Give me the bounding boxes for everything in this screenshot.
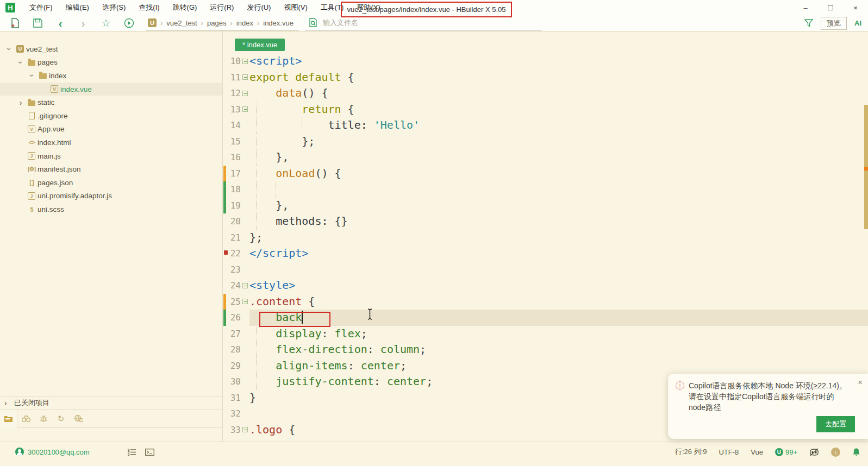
gutter-15[interactable]: 15 — [223, 134, 249, 150]
favorite-star-button[interactable]: ☆ — [98, 17, 114, 30]
gutter-20[interactable]: 20 — [223, 213, 249, 230]
gutter-10[interactable]: 10 — [223, 53, 249, 70]
code-text[interactable]: export default { — [249, 70, 868, 86]
code-text[interactable]: .content { — [249, 294, 868, 310]
code-text[interactable]: }, — [249, 149, 868, 166]
code-line-18[interactable]: 18 — [223, 181, 868, 198]
download-status-icon[interactable]: ↓ — [831, 448, 840, 457]
code-text[interactable]: <script> — [249, 53, 868, 70]
code-text[interactable]: flex-direction: column; — [249, 342, 868, 358]
gutter-16[interactable]: 16 — [223, 149, 249, 166]
fold-collapse-icon[interactable] — [242, 59, 248, 64]
code-text[interactable]: align-items: center; — [249, 358, 868, 374]
gutter-19[interactable]: 19 — [223, 198, 249, 214]
save-button[interactable] — [29, 17, 46, 30]
tree-item-pages[interactable]: ›pages — [0, 56, 222, 70]
code-line-20[interactable]: 20 methods: {} — [223, 213, 868, 230]
code-text[interactable]: methods: {} — [249, 213, 868, 230]
code-text[interactable] — [249, 181, 868, 198]
gutter-32[interactable]: 32 — [223, 406, 249, 422]
preview-button[interactable]: 预览 — [821, 17, 847, 30]
tab-project-explorer[interactable] — [0, 410, 17, 428]
chevron-down-icon[interactable]: › — [28, 71, 36, 80]
tree-item-vue2_test[interactable]: ›Uvue2_test — [0, 42, 222, 56]
account-status[interactable]: 30020100@qq.com — [15, 448, 90, 456]
code-line-22[interactable]: 22</script> — [223, 245, 868, 262]
tree-item-pages.json[interactable]: [ ]pages.json — [0, 176, 222, 190]
console-icon[interactable] — [145, 449, 154, 456]
menu-文件[interactable]: 文件(F) — [23, 1, 59, 15]
code-text[interactable]: title: 'Hello' — [249, 117, 868, 134]
outline-list-icon[interactable] — [128, 449, 136, 456]
code-text[interactable]: return { — [249, 102, 868, 118]
message-count[interactable]: U 99+ — [775, 448, 797, 456]
tab-search[interactable] — [17, 410, 35, 428]
code-text[interactable]: }; — [249, 230, 868, 246]
notification-bell-icon[interactable] — [852, 448, 860, 456]
breadcrumb-item[interactable]: index — [236, 19, 253, 27]
code-line-13[interactable]: 13 return { — [223, 102, 868, 118]
gutter-14[interactable]: 14 — [223, 117, 249, 134]
code-line-19[interactable]: 19 }, — [223, 198, 868, 214]
ai-button[interactable]: AI — [854, 19, 861, 27]
chevron-down-icon[interactable]: › — [5, 44, 14, 54]
chevron-down-icon[interactable]: › — [16, 58, 25, 67]
filetype-indicator[interactable]: Vue — [751, 448, 763, 456]
gutter-30[interactable]: 30 — [223, 374, 249, 390]
chevron-right-icon[interactable]: › — [16, 98, 26, 107]
code-line-15[interactable]: 15 }; — [223, 134, 868, 150]
gutter-11[interactable]: 11 — [223, 70, 249, 86]
code-line-25[interactable]: 25.content { — [223, 294, 868, 310]
menu-编辑[interactable]: 编辑(E) — [59, 1, 96, 15]
gutter-25[interactable]: 25 — [223, 294, 249, 310]
gutter-26[interactable]: 26 — [223, 310, 249, 326]
gutter-22[interactable]: 22 — [223, 245, 249, 262]
tab-index-vue[interactable]: * index.vue — [235, 39, 285, 51]
closed-projects-section[interactable]: › 已关闭项目 — [0, 396, 222, 410]
code-line-17[interactable]: 17 onLoad() { — [223, 166, 868, 182]
tree-item-.gitignore[interactable]: .gitignore — [0, 109, 222, 123]
file-search-input[interactable]: 输入文件名 — [305, 15, 542, 31]
copilot-disabled-icon[interactable] — [809, 448, 819, 456]
menu-视图[interactable]: 视图(V) — [277, 1, 314, 15]
tree-item-index.html[interactable]: <>index.html — [0, 136, 222, 149]
code-line-28[interactable]: 28 flex-direction: column; — [223, 342, 868, 358]
menu-跳转[interactable]: 跳转(G) — [166, 1, 204, 15]
gutter-18[interactable]: 18 — [223, 181, 249, 198]
menu-发行[interactable]: 发行(U) — [240, 1, 277, 15]
fold-collapse-icon[interactable] — [242, 74, 248, 80]
tree-item-uni.scss[interactable]: §uni.scss — [0, 203, 222, 216]
gutter-12[interactable]: 12 — [223, 85, 249, 102]
breadcrumb-item[interactable]: vue2_test — [166, 19, 197, 27]
tree-item-uni.promisify.adaptor.js[interactable]: Juni.promisify.adaptor.js — [0, 190, 222, 203]
code-text[interactable]: data() { — [249, 85, 868, 102]
code-text[interactable]: }; — [249, 134, 868, 150]
configure-button[interactable]: 去配置 — [816, 416, 855, 432]
gutter-23[interactable]: 23 — [223, 262, 249, 278]
fold-collapse-icon[interactable] — [242, 427, 248, 432]
code-line-16[interactable]: 16 }, — [223, 149, 868, 166]
cursor-position[interactable]: 行:26 列:9 — [675, 447, 707, 457]
tree-item-index[interactable]: ›index — [0, 69, 222, 83]
navigate-back-button[interactable]: ‹ — [52, 17, 68, 30]
notification-close-icon[interactable]: × — [858, 379, 863, 386]
gutter-17[interactable]: 17 — [223, 166, 249, 182]
tree-item-static[interactable]: ›static — [0, 96, 222, 109]
code-text[interactable]: display: flex; — [249, 326, 868, 342]
code-line-10[interactable]: 10<script> — [223, 53, 868, 70]
filter-funnel-icon[interactable] — [804, 19, 813, 27]
menu-运行[interactable]: 运行(R) — [203, 1, 240, 15]
code-line-29[interactable]: 29 align-items: center; — [223, 358, 868, 374]
gutter-21[interactable]: 21 — [223, 230, 249, 246]
minimize-button[interactable]: – — [793, 0, 818, 15]
code-line-23[interactable]: 23 — [223, 262, 868, 278]
menu-查找[interactable]: 查找(I) — [132, 1, 166, 15]
run-button[interactable] — [121, 17, 137, 30]
maximize-button[interactable] — [818, 0, 843, 15]
close-button[interactable]: × — [843, 0, 868, 15]
fold-collapse-icon[interactable] — [242, 106, 248, 112]
tree-item-index.vue[interactable]: Vindex.vue — [0, 83, 222, 96]
gutter-31[interactable]: 31 — [223, 390, 249, 406]
tab-cloud[interactable] — [70, 410, 87, 428]
tree-item-manifest.json[interactable]: [⚙]manifest.json — [0, 162, 222, 176]
